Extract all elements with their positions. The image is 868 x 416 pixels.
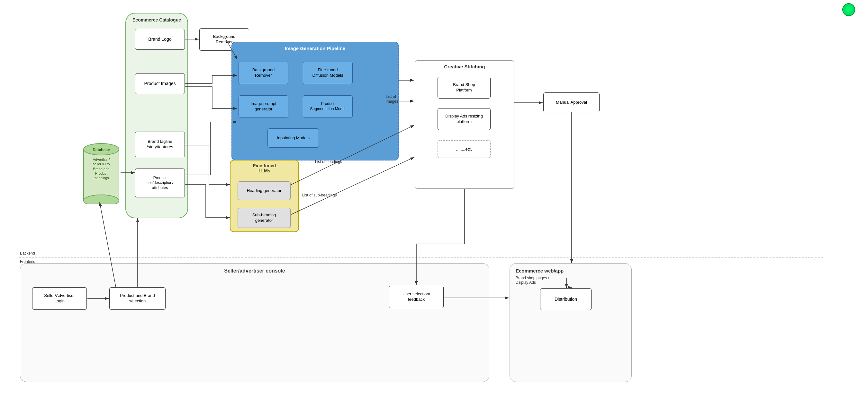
list-subheadings-label: List of sub-headings: [302, 193, 337, 198]
image-gen-pipeline-label: Image Generation Pipeline: [285, 45, 345, 51]
ecommerce-webapp-label: Ecommerce web/app: [516, 268, 563, 274]
brand-shop-platform-box: Brand Shop Platform: [437, 77, 491, 99]
backend-frontend-divider: [19, 257, 823, 257]
heading-gen-box: Heading generator: [238, 181, 290, 200]
creative-stitching-label: Creative Stitching: [444, 64, 485, 69]
backend-label: Backend: [20, 251, 35, 255]
brand-tagline-box: Brand tagline /story/features: [135, 132, 185, 157]
database-cylinder: Database Advertiser/ seller ID to Brand …: [82, 141, 121, 204]
diagram: Ecommerce Catalogue Brand Logo Product I…: [0, 0, 868, 416]
display-ads-box: Display Ads resizing platform: [437, 108, 491, 130]
distribution-box: Distribution: [540, 288, 591, 310]
bg-remover-inner-box: Background Remover: [239, 62, 288, 84]
product-title-box: Product title/description/ attributes: [135, 169, 185, 198]
database-sublabel: Advertiser/ seller ID to Brand and Produ…: [84, 157, 119, 180]
product-brand-selection-box: Product and Brand selection: [109, 287, 165, 310]
svg-point-2: [84, 195, 119, 204]
svg-line-9: [291, 157, 414, 214]
etc-box: ........etc.: [437, 140, 491, 158]
ecommerce-webapp-sublabel: Brand shop pages / Dsiplay Ads: [516, 276, 549, 285]
user-selection-box: User selection/ feedback: [389, 286, 444, 308]
seller-login-box: Seller/Advertiser Login: [32, 287, 87, 310]
product-images-box: Product Images: [135, 73, 185, 94]
brand-logo-box: Brand Logo: [135, 29, 185, 50]
fine-tuned-diffusion-box: Fine-tuned Diffusion Models: [303, 62, 353, 84]
manual-approval-box: Manual Approval: [543, 93, 599, 112]
image-gen-pipeline-container: Image Generation Pipeline Background Rem…: [231, 42, 399, 161]
seller-console-container: Seller/advertiser console: [20, 263, 489, 382]
image-prompt-gen-box: Image prompt generator: [239, 95, 288, 118]
ecommerce-webapp-container: Ecommerce web/app Brand shop pages / Dsi…: [509, 263, 632, 382]
creative-stitching-container: Creative Stitching Brand Shop Platform D…: [415, 60, 515, 189]
fine-tuned-llms-label: Fine-tuned LLMs: [253, 163, 276, 173]
inpainting-models-box: Inpainting Models: [268, 128, 319, 148]
fine-tuned-llms-container: Fine-tuned LLMs Heading generator Sub-he…: [230, 160, 299, 232]
seller-console-label: Seller/advertiser console: [224, 268, 285, 274]
ecommerce-catalogue-label: Ecommerce Catalogue: [132, 18, 181, 23]
product-seg-model-box: Product Segmentation Model: [303, 95, 353, 118]
database-label: Database: [82, 148, 121, 152]
green-dot-decoration: [842, 3, 855, 16]
subheading-gen-box: Sub-heading generator: [238, 208, 290, 228]
